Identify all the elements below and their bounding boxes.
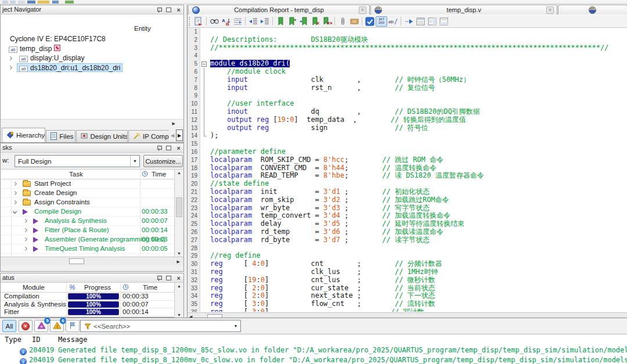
expander-icon[interactable]: [23, 228, 27, 232]
tab-files[interactable]: Files: [46, 130, 75, 142]
code-line[interactable]: 33reg [ 2:0] cur_state ; // 当前状态: [188, 284, 627, 293]
tree-item[interactable]: Cyclone IV E: EP4CE10F17C8: [1, 34, 183, 44]
code-line[interactable]: 7 input clk , // 时钟信号（50MHz）: [188, 76, 627, 84]
fold-margin[interactable]: [200, 156, 208, 164]
scroll-up-icon[interactable]: ▲: [177, 284, 181, 288]
code-line[interactable]: 29//reg define: [188, 252, 627, 260]
code-editor[interactable]: 12// Descriptions: DS18B20驱动模块3//*******…: [188, 28, 627, 312]
tree-item-target[interactable]: Cyclone IV E: EP4CE10F17C8: [8, 35, 108, 44]
code-line[interactable]: 12 output reg [19:0] temp_data , // 转换后得…: [188, 116, 627, 124]
code-line[interactable]: 11 inout dq , // DS18B20的DQ引脚数据: [188, 108, 627, 116]
warning-filter-button[interactable]: !6: [50, 320, 64, 332]
flag-filter-button[interactable]: [66, 320, 80, 332]
scrollbar-thumb[interactable]: [69, 258, 84, 264]
fold-margin[interactable]: [200, 148, 208, 156]
fold-margin[interactable]: [200, 244, 208, 253]
code-line[interactable]: 8 input rst_n , // 复位信号: [188, 84, 627, 92]
doc-swap-icon[interactable]: [193, 16, 204, 27]
status-vertical-scrollbar[interactable]: ▲ ▼: [174, 283, 183, 318]
tree-item[interactable]: abds18b20_dri:u1_ds18b20_dri: [1, 63, 183, 73]
expander-icon[interactable]: [13, 210, 17, 214]
fold-margin[interactable]: −: [200, 60, 208, 68]
tree-item-target[interactable]: abds18b20_dri:u1_ds18b20_dri: [17, 63, 122, 72]
fold-margin[interactable]: [200, 28, 208, 36]
task-row[interactable]: Create Design: [1, 189, 174, 198]
toolbar-grip[interactable]: [189, 17, 191, 26]
code-line[interactable]: 19localparam READ_TEMP = 8'hbe; // 读 DS1…: [188, 172, 627, 180]
message-row[interactable]: i204019Generated file temp_disp_8_1200mv…: [0, 356, 627, 364]
expander-icon[interactable]: [13, 182, 17, 186]
fold-margin[interactable]: [200, 108, 208, 116]
scroll-right-icon[interactable]: ▶: [177, 258, 180, 266]
task-row[interactable]: Analysis & Synthesis00:00:07: [1, 217, 174, 226]
task-row[interactable]: TimeQuest Timing Analysis00:00:05: [1, 244, 174, 254]
code-line[interactable]: 23localparam wr_byte = 3'd3 ; // 写字节状态: [188, 204, 627, 212]
indent-icon[interactable]: [259, 16, 271, 27]
toolbar-icon-stub[interactable]: [38, 1, 49, 3]
find-icon[interactable]: [208, 16, 220, 27]
tasks-horizontal-scrollbar[interactable]: ▶: [1, 257, 183, 266]
fold-margin[interactable]: [200, 52, 208, 60]
close-icon[interactable]: ×: [175, 6, 182, 13]
doc-panel-2-icon[interactable]: [426, 16, 438, 27]
macro-icon[interactable]: [348, 16, 360, 27]
status-row[interactable]: Analysis & Synthesis100%00:00:07: [1, 301, 174, 309]
close-icon[interactable]: ×: [359, 6, 366, 14]
critical-warning-filter-button[interactable]: ×5: [34, 320, 48, 332]
code-line[interactable]: 20//state define: [188, 180, 627, 188]
syntax-check-icon[interactable]: [364, 16, 376, 27]
pin-icon[interactable]: [155, 275, 163, 282]
expander-icon[interactable]: [13, 200, 17, 204]
code-line[interactable]: 21localparam init = 3'd1 ; // 初始化状态: [188, 188, 627, 196]
expander-icon[interactable]: [23, 219, 27, 223]
float-icon[interactable]: [165, 6, 172, 13]
tab-hierarchy[interactable]: Hierarchy: [2, 128, 45, 142]
bookmark-delete-icon[interactable]: ×: [309, 16, 321, 27]
code-line[interactable]: 6 //module clock: [188, 68, 627, 76]
pin-icon[interactable]: [155, 6, 163, 13]
code-line[interactable]: 10 //user interface: [188, 100, 627, 108]
toolbar-icon-stub[interactable]: [2, 1, 8, 3]
line-numbers-icon[interactable]: 267268: [376, 16, 387, 27]
document-tab[interactable]: abc: [558, 5, 627, 15]
fold-margin[interactable]: [200, 76, 208, 84]
scroll-up-icon[interactable]: ▲: [177, 171, 181, 175]
code-line[interactable]: 36reg [ 3:0] // 写计数: [188, 308, 627, 312]
task-row[interactable]: Fitter (Place & Route)00:00:14: [1, 226, 174, 235]
fold-margin[interactable]: [200, 188, 208, 196]
fold-margin[interactable]: [200, 292, 208, 300]
outdent-icon[interactable]: [247, 16, 259, 27]
tree-item[interactable]: abdisplay:U_display: [1, 53, 183, 63]
goto-next-icon[interactable]: [403, 16, 415, 27]
code-line[interactable]: 18localparam CONVERT_CMD = 8'h44; // 温度转…: [188, 164, 627, 172]
message-search-box[interactable]: <<Search>> ▼: [80, 320, 241, 332]
fold-margin[interactable]: [200, 172, 208, 180]
tree-item-target[interactable]: abdisplay:U_display: [17, 54, 87, 63]
task-row[interactable]: Compile Design00:00:33: [1, 207, 174, 217]
expander-icon[interactable]: [13, 191, 17, 195]
status-row[interactable]: Fitter100%00:00:14: [1, 308, 174, 316]
fold-margin[interactable]: [200, 124, 208, 132]
code-line[interactable]: 28: [188, 244, 627, 253]
task-row[interactable]: Start Project: [1, 179, 174, 189]
fold-margin[interactable]: [200, 68, 208, 76]
toolbar-icon-stub[interactable]: [10, 1, 16, 3]
error-filter-button[interactable]: ×: [19, 320, 33, 332]
expander-icon[interactable]: [23, 247, 27, 251]
code-line[interactable]: 31reg clk_lus ; // 1MHz时钟: [188, 268, 627, 276]
fold-margin[interactable]: [200, 36, 208, 44]
task-row[interactable]: Assign Constraints: [1, 198, 174, 207]
doc-panel-1-icon[interactable]: [415, 16, 426, 27]
tasks-vertical-scrollbar[interactable]: ▲ ▼: [174, 170, 183, 257]
fold-margin[interactable]: [200, 308, 208, 312]
scrollbar-thumb[interactable]: [176, 197, 182, 217]
code-line[interactable]: 26localparam rd_temp = 3'd6 ; // 加载读温度命令: [188, 228, 627, 236]
fold-margin[interactable]: [200, 212, 208, 220]
task-row[interactable]: Assembler (Generate programming files)00…: [1, 235, 174, 244]
fold-margin[interactable]: [200, 252, 208, 260]
scroll-down-icon[interactable]: ▼: [177, 313, 181, 317]
code-line[interactable]: 1: [188, 28, 627, 36]
fold-margin[interactable]: [200, 116, 208, 124]
fold-margin[interactable]: [200, 132, 208, 140]
code-line[interactable]: 35reg [ 3:0] flow_cnt ; // 流转计数: [188, 300, 627, 308]
